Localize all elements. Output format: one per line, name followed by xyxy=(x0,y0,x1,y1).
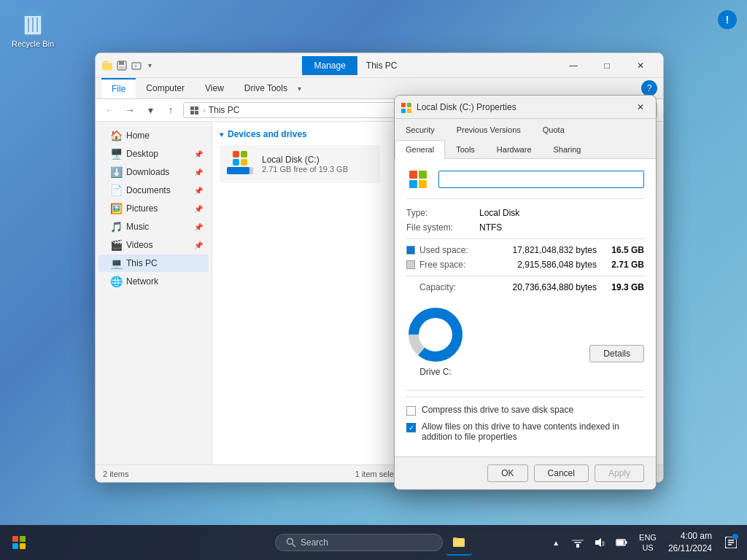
notification-center-button[interactable] xyxy=(721,529,741,556)
system-clock[interactable]: 4:00 am 26/11/2024 xyxy=(664,530,716,555)
sidebar-item-this-pc[interactable]: 💻 This PC xyxy=(98,254,209,272)
properties-dialog: Local Disk (C:) Properties ✕ Security Pr… xyxy=(394,95,657,490)
ribbon-chevron[interactable]: ▾ xyxy=(298,85,301,93)
prop-drive-icon xyxy=(406,168,430,191)
index-checkbox[interactable]: ✓ xyxy=(406,423,416,432)
apply-button[interactable]: Apply xyxy=(595,464,644,482)
documents-icon: 📄 xyxy=(110,184,122,196)
index-label: Allow files on this drive to have conten… xyxy=(422,421,644,442)
svg-rect-28 xyxy=(453,538,465,547)
search-bar[interactable]: Search xyxy=(275,534,443,551)
recycle-bin-icon xyxy=(18,7,47,36)
start-button[interactable] xyxy=(6,529,32,556)
lang-region: US xyxy=(639,542,657,553)
used-gb: 16.5 GB xyxy=(604,245,644,255)
sidebar-item-label-desktop: Desktop xyxy=(126,149,158,159)
compress-checkbox[interactable] xyxy=(406,406,416,416)
drive-label: Drive C: xyxy=(419,367,451,377)
prop-tab-quota[interactable]: Quota xyxy=(532,120,576,139)
sidebar-item-home[interactable]: 🏠 Home xyxy=(98,127,209,144)
svg-rect-31 xyxy=(572,540,584,541)
recent-button[interactable]: ▾ xyxy=(142,102,158,118)
prop-tab-previous-versions[interactable]: Previous Versions xyxy=(446,120,532,139)
up-button[interactable]: ↑ xyxy=(163,102,179,118)
lang-code: ENG xyxy=(639,532,657,542)
drive-name: Local Disk (C:) xyxy=(262,155,374,165)
close-button[interactable]: ✕ xyxy=(624,53,657,78)
checkbox-area: Compress this drive to save disk space ✓… xyxy=(406,397,644,442)
tray-battery-icon[interactable] xyxy=(611,529,632,556)
sidebar-item-documents[interactable]: 📄 Documents 📌 xyxy=(98,182,209,199)
drive-name-input[interactable] xyxy=(438,171,644,188)
tray-icons: ▲ ) ) xyxy=(546,529,632,556)
path-separator: › xyxy=(203,106,206,114)
sidebar-item-label-downloads: Downloads xyxy=(126,167,169,177)
sidebar-item-desktop[interactable]: 🖥️ Desktop 📌 xyxy=(98,145,209,163)
minimize-button[interactable]: — xyxy=(557,53,590,78)
prop-row-used: Used space: 17,821,048,832 bytes 16.5 GB xyxy=(406,245,644,255)
folder-icon xyxy=(101,60,113,71)
details-button[interactable]: Details xyxy=(589,345,644,362)
section-chevron-icon: ▾ xyxy=(220,131,223,139)
svg-rect-29 xyxy=(576,544,579,548)
svg-point-26 xyxy=(287,539,293,545)
prop-tab-security[interactable]: Security xyxy=(395,120,446,139)
prop-close-button[interactable]: ✕ xyxy=(631,98,650,117)
ok-button[interactable]: OK xyxy=(487,464,527,482)
cancel-button[interactable]: Cancel xyxy=(534,464,589,482)
tab-drive-tools[interactable]: Drive Tools xyxy=(234,79,298,98)
taskbar: Search ▲ xyxy=(0,525,747,560)
svg-marker-32 xyxy=(595,538,601,547)
help-button[interactable]: ? xyxy=(641,80,657,96)
taskbar-file-explorer[interactable] xyxy=(446,529,472,556)
section-label: Devices and drives xyxy=(228,129,307,139)
notification-badge[interactable]: ! xyxy=(718,10,737,29)
sidebar-item-label-documents: Documents xyxy=(126,185,171,195)
prop-tab-tools[interactable]: Tools xyxy=(445,140,486,158)
prop-tabs: Security Previous Versions Quota General… xyxy=(395,119,656,159)
language-indicator[interactable]: ENG US xyxy=(636,532,659,553)
pin-icon-pictures: 📌 xyxy=(194,205,203,213)
this-pc-icon: 💻 xyxy=(110,257,122,269)
compress-label: Compress this drive to save disk space xyxy=(422,405,573,415)
svg-rect-25 xyxy=(20,543,26,549)
tray-network-icon[interactable] xyxy=(568,529,588,556)
prop-tab-hardware[interactable]: Hardware xyxy=(486,140,543,158)
sidebar: 🏠 Home 🖥️ Desktop 📌 ⬇️ Downloads 📌 📄 Doc… xyxy=(96,122,212,464)
capacity-gb: 19.3 GB xyxy=(604,282,644,292)
sidebar-item-pictures[interactable]: 🖼️ Pictures 📌 xyxy=(98,200,209,217)
svg-rect-30 xyxy=(574,542,581,543)
prop-tab-row-2: General Tools Hardware Sharing xyxy=(395,139,656,158)
tray-chevron[interactable]: ▲ xyxy=(546,529,566,556)
tab-file[interactable]: File xyxy=(101,78,136,98)
sidebar-item-downloads[interactable]: ⬇️ Downloads 📌 xyxy=(98,163,209,181)
sidebar-item-music[interactable]: 🎵 Music 📌 xyxy=(98,218,209,236)
maximize-button[interactable]: □ xyxy=(590,53,624,78)
save-icon[interactable] xyxy=(116,60,128,71)
tab-view[interactable]: View xyxy=(195,79,234,98)
recycle-bin[interactable]: Recycle Bin xyxy=(7,7,58,48)
videos-icon: 🎬 xyxy=(110,239,122,251)
prop-tab-sharing[interactable]: Sharing xyxy=(543,140,592,158)
svg-rect-2 xyxy=(29,9,36,13)
details-btn-wrapper: Details xyxy=(589,345,644,362)
pin-icon-music: 📌 xyxy=(194,223,203,231)
forward-button[interactable]: → xyxy=(122,102,138,118)
address-this-pc: This PC xyxy=(209,105,240,115)
back-button[interactable]: ← xyxy=(101,102,117,118)
drive-item-c[interactable]: Local Disk (C:) 2.71 GB free of 19.3 GB xyxy=(220,145,380,183)
notification-area[interactable]: ! xyxy=(718,10,737,29)
sidebar-item-label-music: Music xyxy=(126,222,149,232)
sidebar-item-videos[interactable]: 🎬 Videos 📌 xyxy=(98,236,209,254)
tray-volume-icon[interactable]: ) ) xyxy=(589,529,610,556)
folder-new-icon[interactable]: + xyxy=(131,60,142,71)
sidebar-item-network[interactable]: 🌐 Network xyxy=(98,273,209,290)
prop-tab-general[interactable]: General xyxy=(395,140,445,159)
prop-title-left: Local Disk (C:) Properties xyxy=(400,101,516,113)
quick-access-arrow[interactable]: ▾ xyxy=(148,61,152,69)
free-color-swatch xyxy=(406,260,415,269)
svg-rect-19 xyxy=(407,109,411,113)
tab-computer[interactable]: Computer xyxy=(136,79,195,98)
svg-rect-13 xyxy=(195,106,198,110)
manage-tab[interactable]: Manage xyxy=(302,56,357,75)
